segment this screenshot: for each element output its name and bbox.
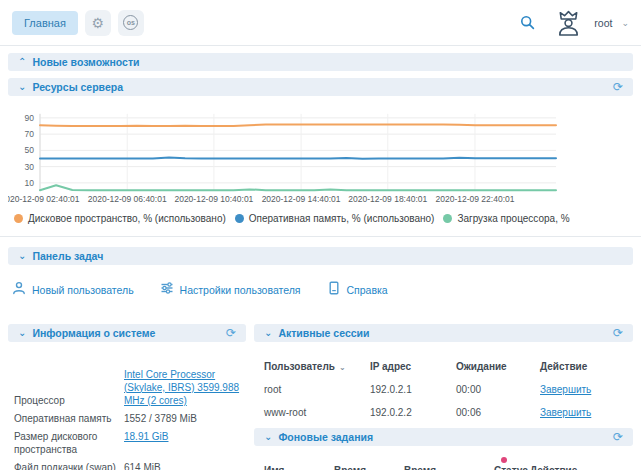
y-tick-label: 90 [25,113,35,123]
column-header[interactable]: Ожидание [456,361,540,372]
user-menu[interactable]: root [594,17,612,29]
task-panel-item-2[interactable]: Настройки пользователя [160,281,301,299]
bgtasks-header-row: Имя скрипта⌄Время запускаВремя завершени… [264,459,633,470]
column-header[interactable]: Действие [540,361,587,372]
divider [0,236,641,237]
session-user: root [264,384,370,395]
section-header-task-panel[interactable]: ⌄ Панель задач [8,247,633,265]
column-header-label: Время завершения [404,465,464,470]
task-panel-items: Новый пользовательНастройки пользователя… [8,272,633,312]
session-wait: 00:06 [456,407,540,418]
section-header-new-features[interactable]: ⌃ Новые возможности [8,53,633,71]
section-title: Активные сессии [278,327,369,339]
column-header[interactable]: Имя скрипта⌄ [264,465,334,470]
caret-down-icon: ⌄ [264,328,272,338]
system-info-panel: ⌄ Информация о системе ⟳ ПроцессорIntel … [8,324,246,470]
background-tasks-table: Имя скрипта⌄Время запускаВремя завершени… [254,453,633,470]
caret-down-icon: ⌄ [18,251,26,261]
warning-icon-partial [501,457,507,463]
column-header-label: Ожидание [456,361,507,372]
terminate-session-link[interactable]: Завершить [540,384,591,395]
task-panel-item-3[interactable]: Справка [327,281,388,299]
column-header[interactable]: Пользователь⌄ [264,361,370,372]
refresh-icon[interactable]: ⟳ [226,327,236,339]
system-info-value: Intel Core Processor (Skylake, IBRS) 359… [124,368,246,407]
session-ip: 192.0.2.1 [370,384,456,395]
column-header-label: Время запуска [334,465,372,470]
root-user-avatar[interactable] [556,10,581,36]
session-row: root192.0.2.100:00Завершить [264,378,633,401]
system-info-row: Файл подкачки (swap)614 MiB [14,458,246,470]
y-tick-label: 10 [25,178,35,188]
x-tick-label: 2020-12-09 06:40:01 [88,194,167,204]
dashboard-columns: ⌄ Информация о системе ⟳ ПроцессорIntel … [8,324,633,470]
system-info-value: 614 MiB [124,461,246,470]
column-header[interactable]: IP адрес [370,361,456,372]
section-title: Новые возможности [32,56,139,68]
column-header[interactable]: Действие [530,465,577,470]
refresh-icon[interactable]: ⟳ [613,81,623,93]
caret-down-icon: ⌄ [18,82,26,92]
search-button[interactable] [520,15,535,30]
chart-legend: Дисковое пространство, % (использовано)О… [8,213,633,224]
x-tick-label: 2020-12-09 02:40:01 [8,194,80,204]
system-info-value-link[interactable]: Intel Core Processor (Skylake, IBRS) 359… [124,369,239,406]
task-panel-item-1[interactable]: Новый пользователь [12,281,134,299]
system-info-label: Оперативная память [14,412,124,425]
legend-item: Оперативная память, % (использовано) [235,213,435,224]
column-header[interactable]: Время запуска [334,465,404,470]
refresh-icon[interactable]: ⟳ [613,327,623,339]
session-user: www-root [264,407,370,418]
caret-up-icon: ⌃ [18,57,26,67]
settings-button[interactable]: ⚙ [85,10,111,36]
caret-down-icon: ⌄ [18,328,26,338]
section-title: Информация о системе [32,327,155,339]
system-info-value-link[interactable]: 18.91 GiB [124,431,168,442]
terminate-session-link[interactable]: Завершить [540,407,591,418]
section-header-server-resources[interactable]: ⌄ Ресурсы сервера ⟳ [8,78,633,96]
legend-label: Загрузка процессора, % [457,213,569,224]
caret-down-icon: ⌄ [264,432,272,442]
system-info-label: Файл подкачки (swap) [14,461,124,470]
column-header-label: Действие [540,361,587,372]
section-header-system-info[interactable]: ⌄ Информация о системе ⟳ [8,324,246,342]
system-info-table: ПроцессорIntel Core Processor (Skylake, … [8,349,246,470]
disk-usage-line [40,124,556,126]
system-info-row: ПроцессорIntel Core Processor (Skylake, … [14,365,246,409]
section-header-background-tasks[interactable]: ⌄ Фоновые задания ⟳ [254,428,633,446]
task-item-label: Настройки пользователя [180,284,301,296]
system-info-row: Оперативная память1552 / 3789 MiB [14,409,246,427]
tab-home[interactable]: Главная [12,11,78,35]
y-tick-label: 70 [25,129,35,139]
resources-chart: 10305070902020-12-09 02:40:012020-12-09 … [8,103,633,211]
ram-usage-line [40,157,556,158]
column-header-label: Статус [494,465,528,470]
legend-label: Оперативная память, % (использовано) [249,213,435,224]
crown-user-icon [556,10,581,36]
column-header-label: Имя скрипта [264,465,303,470]
system-info-label: Процессор [14,394,124,407]
resources-line-chart: 10305070902020-12-09 02:40:012020-12-09 … [8,103,632,207]
column-header[interactable]: Время завершения [404,465,494,470]
chevron-down-icon[interactable]: ⌄ [621,18,629,28]
user-settings-icon [160,281,174,299]
column-header[interactable]: Статус [494,465,530,470]
system-info-label: Размер дискового пространства [14,430,124,456]
session-action: Завершить [540,384,591,395]
system-info-value: 1552 / 3789 MiB [124,412,246,425]
section-header-active-sessions[interactable]: ⌄ Активные сессии ⟳ [254,324,633,342]
section-title: Ресурсы сервера [32,81,123,93]
system-info-row: Размер дискового пространства18.91 GiB [14,427,246,458]
main-content: ⌃ Новые возможности ⌄ Ресурсы сервера ⟳ … [0,46,641,470]
right-panels: ⌄ Активные сессии ⟳ Пользователь⌄IP адре… [254,324,633,470]
active-sessions-table: Пользователь⌄IP адресОжиданиеДействиеroo… [254,349,633,424]
section-title: Фоновые задания [278,431,373,443]
os-info-button[interactable]: os [118,10,144,36]
session-ip: 192.0.2.2 [370,407,456,418]
column-header-label: Действие [530,465,577,470]
refresh-icon[interactable]: ⟳ [613,431,623,443]
sort-caret-icon[interactable]: ⌄ [339,363,346,372]
gear-icon: ⚙ [92,16,105,30]
legend-dot [14,214,23,223]
help-icon [327,281,341,299]
